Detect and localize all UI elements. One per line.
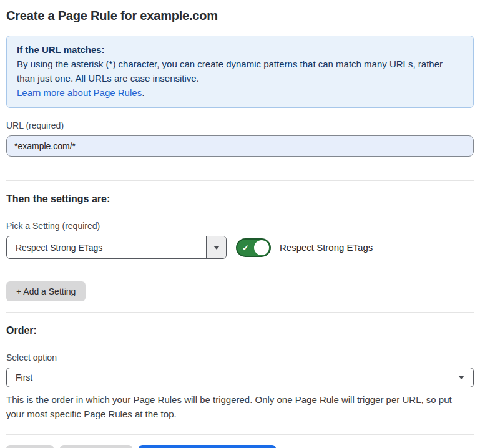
order-select-value: First xyxy=(16,373,32,382)
url-field-label: URL (required) xyxy=(6,120,474,130)
chevron-down-icon xyxy=(213,246,220,250)
save-and-deploy-button[interactable]: Save and Deploy Page Rule xyxy=(139,445,276,448)
info-box-heading: If the URL matches: xyxy=(17,42,463,57)
save-as-draft-button[interactable]: Save as Draft xyxy=(60,445,133,448)
learn-more-link[interactable]: Learn more about Page Rules xyxy=(17,87,142,98)
setting-dropdown[interactable]: Respect Strong ETags xyxy=(6,236,227,259)
setting-row: Respect Strong ETags ✓ Respect Strong ET… xyxy=(6,236,474,259)
section-divider xyxy=(6,180,474,181)
page-rule-form: Create a Page Rule for example.com If th… xyxy=(0,0,480,448)
toggle-label: Respect Strong ETags xyxy=(280,242,373,253)
link-period: . xyxy=(142,87,144,98)
url-match-info-box: If the URL matches: By using the asteris… xyxy=(6,36,474,108)
chevron-down-icon xyxy=(458,376,464,379)
footer-actions: Cancel Save as Draft Save and Deploy Pag… xyxy=(6,445,474,448)
footer-divider xyxy=(6,434,474,435)
setting-dropdown-value: Respect Strong ETags xyxy=(7,236,206,258)
url-input[interactable] xyxy=(6,135,474,157)
order-select[interactable]: First xyxy=(6,368,474,387)
order-section-heading: Order: xyxy=(6,325,474,336)
add-setting-button[interactable]: + Add a Setting xyxy=(6,281,86,301)
respect-strong-etags-toggle[interactable]: ✓ xyxy=(236,238,271,257)
settings-section-heading: Then the settings are: xyxy=(6,193,474,205)
toggle-knob xyxy=(254,240,269,255)
setting-dropdown-arrow-button[interactable] xyxy=(206,236,226,258)
info-box-body: By using the asterisk (*) character, you… xyxy=(17,57,463,85)
cancel-button[interactable]: Cancel xyxy=(6,445,54,448)
check-icon: ✓ xyxy=(242,243,249,251)
page-title: Create a Page Rule for example.com xyxy=(6,9,474,23)
info-box-link-line: Learn more about Page Rules. xyxy=(17,85,463,100)
order-help-text: This is the order in which your Page Rul… xyxy=(6,392,471,421)
section-divider xyxy=(6,312,474,313)
pick-setting-label: Pick a Setting (required) xyxy=(6,221,474,231)
order-select-label: Select option xyxy=(6,353,474,363)
